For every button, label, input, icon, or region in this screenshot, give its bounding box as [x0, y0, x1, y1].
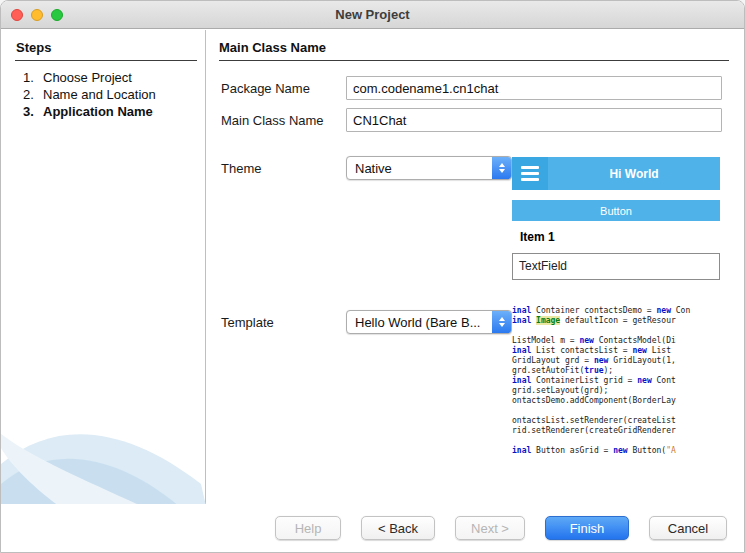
- dropdown-stepper-icon: [492, 157, 511, 179]
- next-button: Next >: [455, 516, 525, 540]
- finish-button[interactable]: Finish: [545, 516, 629, 540]
- zoom-window-button[interactable]: [51, 9, 63, 21]
- preview-textfield: TextField: [512, 253, 720, 280]
- step-label: Name and Location: [43, 87, 156, 102]
- template-dropdown[interactable]: Hello World (Bare B...: [346, 310, 512, 334]
- preview-titlebar: Hi World: [512, 157, 720, 190]
- help-button: Help: [275, 516, 341, 540]
- footer-button-bar: Help < Back Next > Finish Cancel: [1, 504, 744, 552]
- step-label: Choose Project: [43, 70, 132, 85]
- theme-dropdown-value: Native: [355, 161, 392, 176]
- step-number: 2.: [23, 87, 43, 102]
- step-item-application-name: 3. Application Name: [23, 104, 153, 119]
- theme-dropdown[interactable]: Native: [346, 156, 512, 180]
- close-window-button[interactable]: [11, 9, 23, 21]
- steps-heading: Steps: [16, 40, 51, 55]
- package-name-label: Package Name: [221, 81, 310, 96]
- traffic-lights: [11, 9, 63, 21]
- page-title: Main Class Name: [219, 40, 326, 55]
- new-project-dialog: New Project Steps 1. Choose Project 2. N…: [0, 0, 745, 553]
- window-title: New Project: [335, 7, 409, 22]
- steps-panel: Steps 1. Choose Project 2. Name and Loca…: [1, 30, 206, 506]
- watermark-graphic: [1, 356, 206, 506]
- theme-preview-panel: Hi World Button Item 1 TextField: [512, 157, 720, 288]
- package-name-input[interactable]: [346, 76, 722, 100]
- theme-label: Theme: [221, 161, 261, 176]
- dropdown-stepper-icon: [492, 311, 511, 333]
- code-preview: inal Container contactsDemo = new Conina…: [512, 306, 722, 458]
- titlebar: New Project: [1, 1, 744, 29]
- back-button[interactable]: < Back: [361, 516, 435, 540]
- template-dropdown-value: Hello World (Bare B...: [355, 315, 480, 330]
- preview-item-label: Item 1: [512, 230, 720, 244]
- steps-divider: [15, 60, 197, 61]
- main-class-name-input[interactable]: [346, 108, 722, 132]
- preview-title: Hi World: [548, 157, 720, 190]
- step-item-name-and-location: 2. Name and Location: [23, 87, 156, 102]
- hamburger-menu-icon: [512, 157, 548, 190]
- main-class-name-label: Main Class Name: [221, 113, 324, 128]
- step-number: 3.: [23, 104, 43, 119]
- heading-divider: [219, 60, 729, 61]
- template-label: Template: [221, 315, 274, 330]
- preview-button: Button: [512, 200, 720, 221]
- step-number: 1.: [23, 70, 43, 85]
- step-label: Application Name: [43, 104, 153, 119]
- cancel-button[interactable]: Cancel: [649, 516, 727, 540]
- step-item-choose-project: 1. Choose Project: [23, 70, 132, 85]
- minimize-window-button[interactable]: [31, 9, 43, 21]
